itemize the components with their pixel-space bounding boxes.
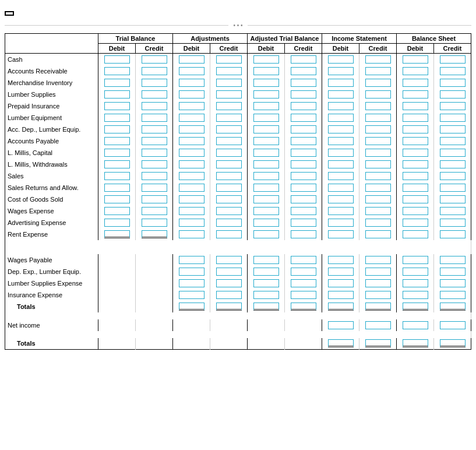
worksheet-table: Trial Balance Adjustments Adjusted Trial… bbox=[5, 33, 471, 350]
header-row-1: Trial Balance Adjustments Adjusted Trial… bbox=[5, 34, 471, 44]
totals2-label: Totals bbox=[5, 338, 98, 350]
account-name: Cost of Goods Sold bbox=[5, 194, 98, 205]
table-row: Prepaid Insurance bbox=[5, 100, 471, 112]
worksheet-container: Trial Balance Adjustments Adjusted Trial… bbox=[5, 33, 471, 350]
table-row: Merchandise Inventory bbox=[5, 77, 471, 89]
bs-credit-header: Credit bbox=[434, 44, 471, 54]
account-name: Sales bbox=[5, 170, 98, 182]
account-name: Acc. Dep., Lumber Equip. bbox=[5, 124, 98, 135]
atb-debit-header: Debit bbox=[248, 44, 285, 54]
adj-debit-header: Debit bbox=[173, 44, 210, 54]
income-statement-header: Income Statement bbox=[322, 34, 397, 44]
account-name: Accounts Payable bbox=[5, 135, 98, 147]
table-row: Insurance Expense bbox=[5, 289, 471, 301]
table-row: Lumber Supplies bbox=[5, 89, 471, 100]
totals-label: Totals bbox=[5, 301, 98, 312]
table-row: L. Millis, Withdrawals bbox=[5, 159, 471, 170]
account-name: Rent Expense bbox=[5, 228, 98, 240]
account-name: Prepaid Insurance bbox=[5, 100, 98, 112]
spacer-row bbox=[5, 240, 471, 247]
table-row: Sales Returns and Allow. bbox=[5, 182, 471, 194]
account-name: Accounts Receivable bbox=[5, 65, 98, 77]
account-titles-header bbox=[5, 34, 98, 54]
tb-credit-header: Credit bbox=[136, 44, 173, 54]
is-debit-header: Debit bbox=[322, 44, 359, 54]
account-name: Lumber Supplies bbox=[5, 89, 98, 100]
spacer-row bbox=[5, 312, 471, 319]
account-name: Lumber Supplies Expense bbox=[5, 277, 98, 289]
table-row: Rent Expense bbox=[5, 228, 471, 240]
bs-debit-header: Debit bbox=[397, 44, 434, 54]
table-row: Lumber Equipment bbox=[5, 112, 471, 124]
table-row: Cash bbox=[5, 54, 471, 65]
table-row: Lumber Supplies Expense bbox=[5, 277, 471, 289]
account-name: Insurance Expense bbox=[5, 289, 98, 301]
is-credit-header: Credit bbox=[359, 44, 397, 54]
table-row: Wages Payable bbox=[5, 254, 471, 266]
divider: • • • bbox=[5, 22, 471, 29]
table-row: Accounts Payable bbox=[5, 135, 471, 147]
account-name: Sales Returns and Allow. bbox=[5, 182, 98, 194]
adj-credit-header: Credit bbox=[210, 44, 248, 54]
balance-sheet-header: Balance Sheet bbox=[397, 34, 471, 44]
net-income-row: Net income bbox=[5, 319, 471, 331]
totals-row: Totals bbox=[5, 301, 471, 312]
account-name: Wages Payable bbox=[5, 254, 98, 266]
table-row: Advertising Expense bbox=[5, 217, 471, 228]
spacer-row bbox=[5, 247, 471, 254]
account-name: L. Millis, Withdrawals bbox=[5, 159, 98, 170]
page-container: • • • Trial Balance Adjustments Adjusted… bbox=[5, 7, 471, 350]
table-row: Wages Expense bbox=[5, 205, 471, 217]
table-row: Dep. Exp., Lumber Equip. bbox=[5, 266, 471, 277]
account-name: L. Millis, Capital bbox=[5, 147, 98, 159]
atb-credit-header: Credit bbox=[285, 44, 322, 54]
adjusted-trial-balance-header: Adjusted Trial Balance bbox=[248, 34, 322, 44]
totals2-row: Totals bbox=[5, 338, 471, 350]
requirements-button[interactable] bbox=[5, 11, 14, 16]
table-row: Sales bbox=[5, 170, 471, 182]
tb-debit-header: Debit bbox=[98, 44, 136, 54]
table-row: Acc. Dep., Lumber Equip. bbox=[5, 124, 471, 135]
account-name: Advertising Expense bbox=[5, 217, 98, 228]
trial-balance-header: Trial Balance bbox=[98, 34, 173, 44]
table-row: Accounts Receivable bbox=[5, 65, 471, 77]
table-row: L. Millis, Capital bbox=[5, 147, 471, 159]
adjustments-header: Adjustments bbox=[173, 34, 248, 44]
account-name: Dep. Exp., Lumber Equip. bbox=[5, 266, 98, 277]
account-name: Merchandise Inventory bbox=[5, 77, 98, 89]
account-name: Lumber Equipment bbox=[5, 112, 98, 124]
spacer-row bbox=[5, 331, 471, 338]
table-row: Cost of Goods Sold bbox=[5, 194, 471, 205]
account-name: Wages Expense bbox=[5, 205, 98, 217]
net-income-label: Net income bbox=[5, 319, 98, 331]
account-name: Cash bbox=[5, 54, 98, 65]
